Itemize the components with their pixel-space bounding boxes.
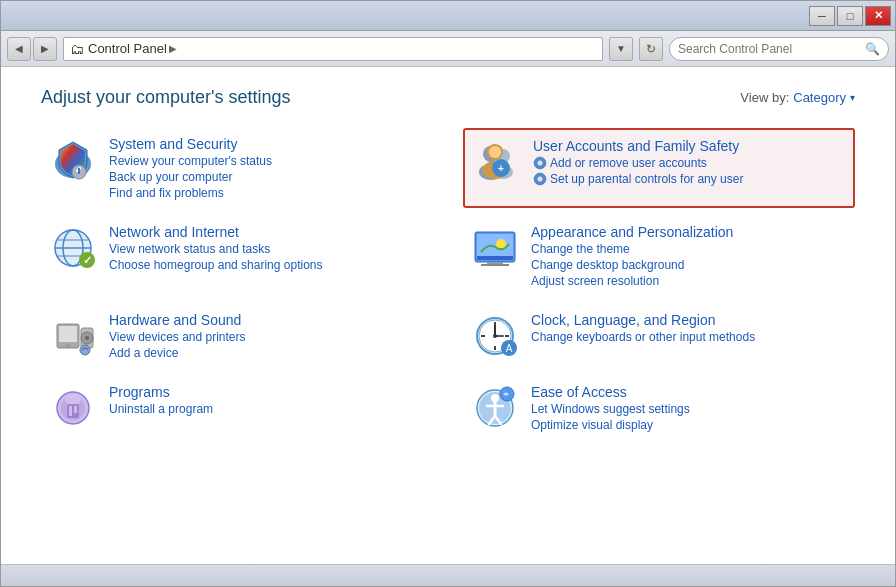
address-path[interactable]: 🗂 Control Panel ▶: [63, 37, 603, 61]
category-title-network-internet[interactable]: Network and Internet: [109, 224, 322, 240]
path-icon: 🗂: [70, 41, 84, 57]
bottom-bar: [1, 564, 895, 586]
category-link-ease-of-access-1[interactable]: Optimize visual display: [531, 418, 690, 432]
path-expand-arrow: ▶: [169, 43, 177, 54]
window: ─ □ ✕ ◀ ▶ 🗂 Control Panel ▶ ▼ ↻ 🔍 Adjust…: [0, 0, 896, 587]
category-text-programs: ProgramsUninstall a program: [109, 384, 213, 416]
svg-rect-53: [74, 406, 77, 413]
category-item-appearance[interactable]: Appearance and PersonalizationChange the…: [463, 216, 855, 296]
minimize-button[interactable]: ─: [809, 6, 835, 26]
view-by-arrow: ▾: [850, 92, 855, 103]
view-by: View by: Category ▾: [740, 90, 855, 105]
svg-point-13: [538, 161, 543, 166]
category-text-clock-language: Clock, Language, and RegionChange keyboa…: [531, 312, 755, 344]
header-row: Adjust your computer's settings View by:…: [41, 87, 855, 108]
category-icon-clock-language: A: [471, 312, 519, 360]
category-title-clock-language[interactable]: Clock, Language, and Region: [531, 312, 755, 328]
category-link-network-internet-1[interactable]: Choose homegroup and sharing options: [109, 258, 322, 272]
category-link-clock-language-0[interactable]: Change keyboards or other input methods: [531, 330, 755, 344]
category-link-appearance-2[interactable]: Adjust screen resolution: [531, 274, 733, 288]
category-link-system-security-2[interactable]: Find and fix problems: [109, 186, 272, 200]
address-bar: ◀ ▶ 🗂 Control Panel ▶ ▼ ↻ 🔍: [1, 31, 895, 67]
category-link-hardware-sound-0[interactable]: View devices and printers: [109, 330, 246, 344]
category-icon-hardware-sound: [49, 312, 97, 360]
category-icon-appearance: [471, 224, 519, 272]
category-title-hardware-sound[interactable]: Hardware and Sound: [109, 312, 246, 328]
close-button[interactable]: ✕: [865, 6, 891, 26]
nav-buttons: ◀ ▶: [7, 37, 57, 61]
category-link-user-accounts-1[interactable]: Set up parental controls for any user: [533, 172, 743, 186]
link-gear-icon: [533, 172, 547, 186]
view-by-value[interactable]: Category: [793, 90, 846, 105]
svg-point-15: [538, 177, 543, 182]
category-text-ease-of-access: Ease of AccessLet Windows suggest settin…: [531, 384, 690, 432]
main-content: Adjust your computer's settings View by:…: [1, 67, 895, 564]
search-icon: 🔍: [865, 42, 880, 56]
category-icon-network-internet: ✓: [49, 224, 97, 272]
category-title-user-accounts[interactable]: User Accounts and Family Safety: [533, 138, 743, 154]
svg-point-45: [493, 334, 497, 338]
title-bar: ─ □ ✕: [1, 1, 895, 31]
svg-point-35: [85, 336, 89, 340]
svg-rect-26: [477, 256, 513, 260]
category-item-system-security[interactable]: System and SecurityReview your computer'…: [41, 128, 433, 208]
category-link-ease-of-access-0[interactable]: Let Windows suggest settings: [531, 402, 690, 416]
category-text-network-internet: Network and InternetView network status …: [109, 224, 322, 272]
svg-text:A: A: [506, 343, 513, 354]
category-link-appearance-0[interactable]: Change the theme: [531, 242, 733, 256]
view-by-label: View by:: [740, 90, 789, 105]
search-input[interactable]: [678, 42, 861, 56]
categories-grid: System and SecurityReview your computer'…: [41, 128, 855, 440]
svg-text:✓: ✓: [83, 254, 92, 266]
svg-point-36: [80, 345, 90, 355]
svg-point-9: [489, 146, 501, 158]
address-dropdown-button[interactable]: ▼: [609, 37, 633, 61]
category-link-system-security-0[interactable]: Review your computer's status: [109, 154, 272, 168]
category-link-hardware-sound-1[interactable]: Add a device: [109, 346, 246, 360]
category-item-clock-language[interactable]: A Clock, Language, and RegionChange keyb…: [463, 304, 855, 368]
link-gear-icon: [533, 156, 547, 170]
category-title-ease-of-access[interactable]: Ease of Access: [531, 384, 690, 400]
category-link-user-accounts-0[interactable]: Add or remove user accounts: [533, 156, 743, 170]
svg-rect-31: [59, 326, 77, 342]
title-bar-buttons: ─ □ ✕: [809, 6, 891, 26]
category-link-appearance-1[interactable]: Change desktop background: [531, 258, 733, 272]
category-link-programs-0[interactable]: Uninstall a program: [109, 402, 213, 416]
svg-point-32: [66, 344, 70, 348]
forward-button[interactable]: ▶: [33, 37, 57, 61]
category-text-hardware-sound: Hardware and SoundView devices and print…: [109, 312, 246, 360]
category-icon-user-accounts: +: [473, 138, 521, 186]
category-title-appearance[interactable]: Appearance and Personalization: [531, 224, 733, 240]
category-icon-system-security: [49, 136, 97, 184]
svg-rect-28: [481, 264, 509, 266]
category-title-system-security[interactable]: System and Security: [109, 136, 272, 152]
maximize-button[interactable]: □: [837, 6, 863, 26]
category-link-system-security-1[interactable]: Back up your computer: [109, 170, 272, 184]
category-item-network-internet[interactable]: ✓ Network and InternetView network statu…: [41, 216, 433, 296]
svg-rect-51: [67, 404, 79, 418]
category-item-hardware-sound[interactable]: Hardware and SoundView devices and print…: [41, 304, 433, 368]
refresh-button[interactable]: ↻: [639, 37, 663, 61]
svg-point-50: [65, 395, 81, 405]
category-text-system-security: System and SecurityReview your computer'…: [109, 136, 272, 200]
category-text-user-accounts: User Accounts and Family SafetyAdd or re…: [533, 138, 743, 186]
page-title: Adjust your computer's settings: [41, 87, 291, 108]
path-label: Control Panel: [88, 41, 167, 56]
category-item-user-accounts[interactable]: + User Accounts and Family SafetyAdd or …: [463, 128, 855, 208]
category-title-programs[interactable]: Programs: [109, 384, 213, 400]
svg-text:+: +: [498, 163, 504, 174]
category-text-appearance: Appearance and PersonalizationChange the…: [531, 224, 733, 288]
category-item-programs[interactable]: ProgramsUninstall a program: [41, 376, 433, 440]
category-icon-programs: [49, 384, 97, 432]
category-icon-ease-of-access: [471, 384, 519, 432]
category-link-network-internet-0[interactable]: View network status and tasks: [109, 242, 322, 256]
svg-rect-52: [69, 406, 72, 416]
category-item-ease-of-access[interactable]: Ease of AccessLet Windows suggest settin…: [463, 376, 855, 440]
search-box[interactable]: 🔍: [669, 37, 889, 61]
back-button[interactable]: ◀: [7, 37, 31, 61]
